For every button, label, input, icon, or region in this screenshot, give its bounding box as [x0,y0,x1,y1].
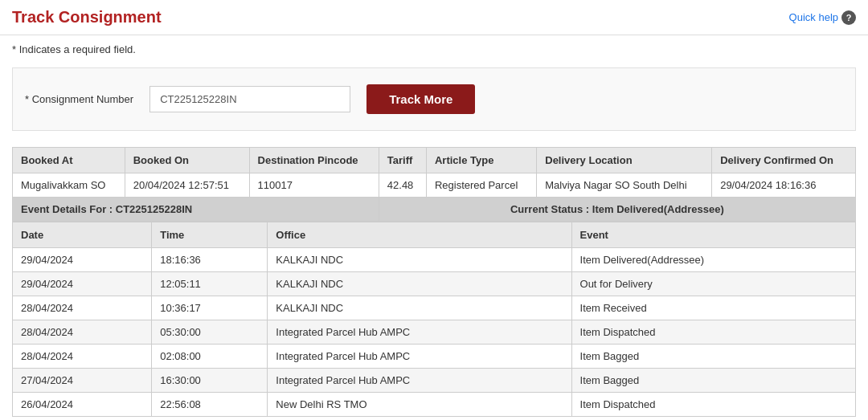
info-table: Booked At Booked On Destination Pincode … [12,147,856,222]
event-table-row: 27/04/202416:30:00Integrated Parcel Hub … [13,369,856,393]
col-delivery-location: Delivery Location [537,148,712,173]
required-note: * Indicates a required field. [0,35,868,67]
event-header-row: Event Details For : CT225125228IN Curren… [13,198,856,222]
help-icon: ? [841,10,856,25]
cell-event: Item Dispatched [571,320,855,345]
cell-date: 28/04/2024 [13,296,152,320]
cell-tariff: 42.48 [379,173,426,198]
col-tariff: Tariff [379,148,426,173]
header: Track Consignment Quick help ? [0,0,868,35]
cell-event: Out for Delivery [571,272,855,296]
cell-office: KALKAJI NDC [268,248,571,272]
cell-delivery-confirmed-on: 29/04/2024 18:16:36 [712,173,856,198]
page-container: Track Consignment Quick help ? * Indicat… [0,0,868,420]
cell-time: 12:05:11 [152,272,268,296]
event-table-row: 29/04/202418:16:36KALKAJI NDCItem Delive… [13,248,856,272]
cell-office: Integrated Parcel Hub AMPC [268,345,571,369]
col-delivery-confirmed-on: Delivery Confirmed On [712,148,856,173]
event-table-row: 28/04/202402:08:00Integrated Parcel Hub … [13,345,856,369]
cell-booked-on: 20/04/2024 12:57:51 [125,173,249,198]
event-table-row: 28/04/202410:36:17KALKAJI NDCItem Receiv… [13,296,856,320]
col-date: Date [13,222,152,248]
event-details-table: Date Time Office Event 29/04/202418:16:3… [12,222,856,417]
info-table-header-row: Booked At Booked On Destination Pincode … [13,148,856,173]
cell-booked-at: Mugalivakkam SO [13,173,125,198]
cell-time: 02:08:00 [152,345,268,369]
search-section: * Consignment Number Track More [12,67,856,131]
cell-date: 26/04/2024 [13,393,152,417]
info-table-row: Mugalivakkam SO 20/04/2024 12:57:51 1100… [13,173,856,198]
cell-date: 28/04/2024 [13,320,152,345]
cell-destination-pincode: 110017 [249,173,379,198]
col-booked-on: Booked On [125,148,249,173]
event-table-row: 29/04/202412:05:11KALKAJI NDCOut for Del… [13,272,856,296]
cell-delivery-location: Malviya Nagar SO South Delhi [537,173,712,198]
cell-date: 29/04/2024 [13,272,152,296]
cell-event: Item Dispatched [571,393,855,417]
cell-time: 05:30:00 [152,320,268,345]
cell-article-type: Registered Parcel [426,173,536,198]
quick-help-link[interactable]: Quick help ? [789,10,856,25]
consignment-input[interactable] [149,86,350,112]
event-table-row: 28/04/202405:30:00Integrated Parcel Hub … [13,320,856,345]
cell-office: Integrated Parcel Hub AMPC [268,320,571,345]
cell-office: KALKAJI NDC [268,272,571,296]
consignment-label: * Consignment Number [25,93,133,105]
cell-event: Item Bagged [571,345,855,369]
cell-office: Integrated Parcel Hub AMPC [268,369,571,393]
cell-date: 27/04/2024 [13,369,152,393]
results-container: Booked At Booked On Destination Pincode … [12,147,856,417]
cell-office: New Delhi RS TMO [268,393,571,417]
col-booked-at: Booked At [13,148,125,173]
event-table-header-row: Date Time Office Event [13,222,856,248]
cell-time: 18:16:36 [152,248,268,272]
cell-date: 29/04/2024 [13,248,152,272]
col-office: Office [268,222,571,248]
cell-time: 16:30:00 [152,369,268,393]
cell-event: Item Received [571,296,855,320]
col-time: Time [152,222,268,248]
page-title: Track Consignment [12,8,162,27]
current-status-label: Current Status : Item Delivered(Addresse… [379,198,855,222]
col-event: Event [571,222,855,248]
cell-time: 22:56:08 [152,393,268,417]
cell-office: KALKAJI NDC [268,296,571,320]
quick-help-label: Quick help [789,11,838,23]
cell-date: 28/04/2024 [13,345,152,369]
track-more-button[interactable]: Track More [366,84,475,114]
col-destination-pincode: Destination Pincode [249,148,379,173]
event-details-label: Event Details For : CT225125228IN [13,198,379,222]
cell-event: Item Bagged [571,369,855,393]
col-article-type: Article Type [426,148,536,173]
cell-event: Item Delivered(Addressee) [571,248,855,272]
cell-time: 10:36:17 [152,296,268,320]
event-table-row: 26/04/202422:56:08New Delhi RS TMOItem D… [13,393,856,417]
